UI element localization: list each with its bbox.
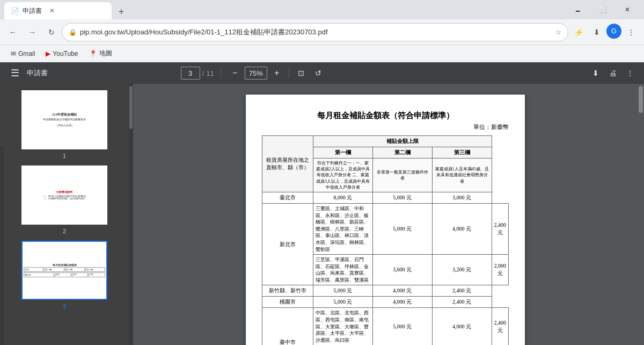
extensions-icon[interactable]: ⚡ [570,24,587,41]
maps-icon: 📍 [89,50,97,58]
region-cell: 新北市 [262,203,313,285]
sidebar-scrollbar[interactable] [129,84,133,345]
val2-cell: 4,000 元 [372,285,432,297]
val3-cell: 3,000 元 [432,192,492,203]
pdf-download-button[interactable]: ⬇ [588,66,603,81]
pdf-page-total: 11 [206,69,214,77]
val2-cell: 4,000 元 [432,308,492,345]
thumbnail-1-num: 1 [63,153,66,159]
col1-desc: 符合下列條件之一：一、家庭成員2人以上，且成員中具有低收入戶身分者 二、家庭成員… [313,159,372,192]
pdf-zoom-input[interactable] [245,67,267,80]
bookmark-youtube[interactable]: ▶ YouTube [41,49,82,59]
url-bar[interactable]: 🔒 ☆ [62,24,568,41]
table-row: 臺中市 中區、北區、北屯區、西區、西屯區、南區、南屯區、大里區、大墩區、豐原區、… [262,308,509,345]
val1-cell: 5,000 元 [313,285,372,297]
supplement-header: 補貼金額上限 [313,136,492,147]
area-cell: 三重區、土城區、中和區、永和區、沙止區、板橋區、樹林區、新莊區、鷺洲區、八里區、… [313,203,372,254]
youtube-label: YouTube [53,50,78,58]
unit-label: 單位：新臺幣 [262,123,509,131]
title-bar: 📄 申請書 ✕ + 🗕 ⬜ ✕ [0,0,644,19]
region-cell: 臺中市 [262,308,313,345]
col2-desc: 非單身一般及第三規條件作者 [372,159,432,192]
val1-cell: 3,600 元 [372,255,432,285]
area-cell: 中區、北區、北屯區、西區、西屯區、南區、南屯區、大里區、大墩區、豐原區、太平區、… [313,308,372,345]
val1-cell: 8,000 元 [313,192,372,203]
zoom-in-button[interactable]: + [269,66,284,81]
content-scrollbar[interactable] [638,84,644,345]
col2-header: 第二欄 [372,147,432,159]
page-main-title: 每月租金補貼金額表（符合申請標準） [262,111,509,121]
area-cell: 三芝區、平溪區、石門區、石碇區、坪林區、金山區、烏來區、貢寮區、瑞芳區、萬里區、… [313,255,372,285]
val2-cell: 4,000 元 [432,203,492,254]
thumbnail-3[interactable]: 每月租金補貼金額表 區域 第一欄 第二欄 第三欄 臺北市 8000 5000 3… [18,241,112,310]
val1-cell: 5,000 元 [372,308,432,345]
tab-close-icon[interactable]: ✕ [49,7,55,15]
pdf-viewer: 112年度租金補貼 申請書暨租賃住宅補貼申請書審查表 （申請人自填） 1 注意事… [0,84,644,345]
star-icon[interactable]: ☆ [555,28,561,36]
toolbar-icons: ⚡ ⬇ G ⋮ [570,24,640,41]
youtube-icon: ▶ [46,50,50,58]
reload-button[interactable]: ↻ [43,24,60,41]
region-cell: 桃園市 [262,297,313,308]
val2-cell: 4,000 元 [372,297,432,308]
val2-cell: 5,000 元 [372,192,432,203]
more-menu-icon[interactable]: ⋮ [623,24,640,41]
thumbnail-2[interactable]: 注意事項說明 一、申請人請務必詳閱下列注意事項 二、申請書件填寫完成後，請向各縣… [18,166,112,234]
tab-title: 申請書 [23,6,42,16]
gmail-label: Gmail [18,50,35,58]
col1-header: 第一欄 [313,147,372,159]
close-button[interactable]: ✕ [615,0,640,19]
fit-page-button[interactable]: ⊡ [294,66,309,81]
pdf-navigation: / 11 − + ⊡ ↺ [181,66,326,81]
region-cell: 臺北市 [262,192,313,203]
url-input[interactable] [80,28,552,36]
lock-icon: 🔒 [69,28,77,36]
thumbnail-3-num: 3 [63,303,66,310]
tab-strip: 📄 申請書 ✕ + [4,0,129,19]
tab-favicon: 📄 [11,7,19,15]
col3-header: 第三欄 [432,147,492,159]
val2-cell: 3,200 元 [432,255,492,285]
val1-cell: 5,000 元 [313,297,372,308]
active-tab[interactable]: 📄 申請書 ✕ [4,2,112,19]
table-row: 新北市 三重區、土城區、中和區、永和區、沙止區、板橋區、樹林區、新莊區、鷺洲區、… [262,203,509,254]
back-button[interactable]: ← [4,24,21,41]
val3-cell: 2,400 元 [492,203,509,254]
bookmark-gmail[interactable]: ✉ Gmail [6,49,39,59]
region-cell: 新竹縣、新竹市 [262,285,313,297]
pdf-page-separator: / [202,69,204,77]
maps-label: 地圖 [99,49,112,58]
table-row: 臺北市 8,000 元 5,000 元 3,000 元 [262,192,509,203]
maximize-button[interactable]: ⬜ [590,0,615,19]
pdf-page: 每月租金補貼金額表（符合申請標準） 單位：新臺幣 租賃房屋所在地之直轄市、縣（市… [246,95,525,345]
bookmark-maps[interactable]: 📍 地圖 [85,48,116,59]
region-header: 租賃房屋所在地之直轄市、縣（市） [262,136,313,192]
forward-button[interactable]: → [24,24,41,41]
val3-cell: 2,000 元 [492,255,509,285]
zoom-out-button[interactable]: − [228,66,243,81]
rotate-button[interactable]: ↺ [311,66,326,81]
gmail-icon: ✉ [11,50,16,58]
window-controls: 🗕 ⬜ ✕ [566,0,640,19]
minimize-button[interactable]: 🗕 [566,0,590,19]
profile-icon[interactable]: G [606,24,621,39]
pdf-sidebar-toggle[interactable]: ☰ [6,64,24,82]
pdf-print-button[interactable]: 🖨 [605,66,620,81]
pdf-right-actions: ⬇ 🖨 ⋮ [588,66,638,81]
table-row: 桃園市 5,000 元 4,000 元 2,400 元 [262,297,509,308]
pdf-content-area[interactable]: 每月租金補貼金額表（符合申請標準） 單位：新臺幣 租賃房屋所在地之直轄市、縣（市… [133,84,638,345]
pdf-more-button[interactable]: ⋮ [623,66,638,81]
bookmarks-bar: ✉ Gmail ▶ YouTube 📍 地圖 [0,45,644,62]
pdf-page-input[interactable] [181,67,200,80]
thumbnail-1[interactable]: 112年度租金補貼 申請書暨租賃住宅補貼申請書審查表 （申請人自填） 1 [18,90,112,159]
new-tab-button[interactable]: + [114,4,129,19]
download-icon[interactable]: ⬇ [588,24,605,41]
val3-cell: 2,400 元 [492,308,509,345]
col3-desc: 家庭成員1人且本滿45歲、且未具有低適或社會弱勢身分者 [432,159,492,192]
val3-cell: 2,400 元 [432,285,492,297]
val1-cell: 5,000 元 [372,203,432,254]
subsidy-table: 租賃房屋所在地之直轄市、縣（市） 補貼金額上限 第一欄 第二欄 第三欄 符合下列… [262,135,509,345]
val3-cell: 2,400 元 [432,297,492,308]
address-bar: ← → ↻ 🔒 ☆ ⚡ ⬇ G ⋮ [0,19,644,45]
pdf-toolbar: ☰ 申請書 / 11 − + ⊡ ↺ ⬇ 🖨 ⋮ [0,62,644,84]
